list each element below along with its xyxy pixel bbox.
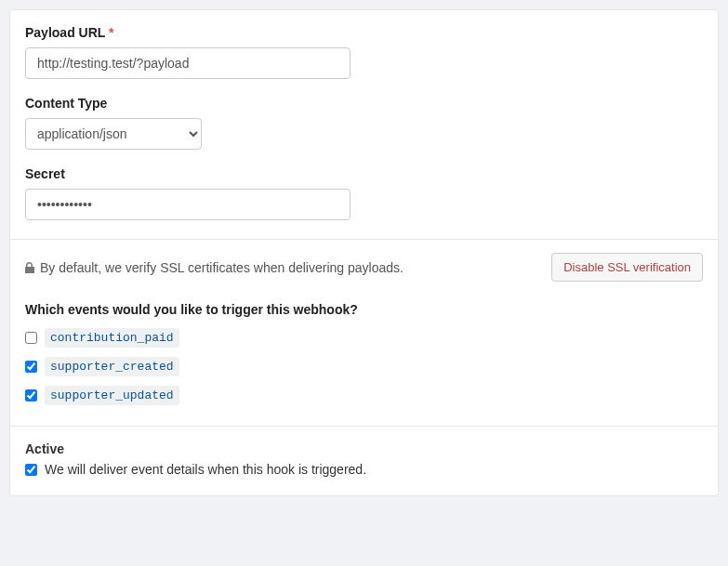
event-item-supporter-created: supporter_created bbox=[25, 357, 703, 376]
events-block: Which events would you like to trigger t… bbox=[10, 302, 718, 426]
content-type-group: Content Type application/json bbox=[25, 96, 703, 150]
active-label: Active bbox=[25, 441, 703, 456]
ssl-description: By default, we verify SSL certificates w… bbox=[40, 260, 404, 275]
webhook-settings-panel: Payload URL * Content Type application/j… bbox=[9, 9, 719, 496]
event-checkbox-supporter-updated[interactable] bbox=[25, 389, 37, 401]
lock-icon bbox=[25, 262, 34, 273]
secret-group: Secret bbox=[25, 166, 703, 220]
payload-url-input[interactable] bbox=[25, 47, 351, 79]
ssl-row: By default, we verify SSL certificates w… bbox=[10, 240, 718, 282]
event-item-supporter-updated: supporter_updated bbox=[25, 386, 703, 405]
disable-ssl-button[interactable]: Disable SSL verification bbox=[551, 253, 703, 282]
content-type-label: Content Type bbox=[25, 96, 703, 111]
payload-url-group: Payload URL * bbox=[25, 25, 703, 79]
main-form-section: Payload URL * Content Type application/j… bbox=[10, 10, 718, 239]
event-checkbox-contribution-paid[interactable] bbox=[25, 332, 37, 344]
event-name-supporter-updated: supporter_updated bbox=[45, 386, 179, 405]
secret-label: Secret bbox=[25, 166, 703, 181]
required-asterisk: * bbox=[109, 25, 113, 40]
ssl-description-container: By default, we verify SSL certificates w… bbox=[25, 260, 404, 275]
events-heading: Which events would you like to trigger t… bbox=[25, 302, 703, 317]
active-section: Active We will deliver event details whe… bbox=[10, 427, 718, 495]
event-name-contribution-paid: contribution_paid bbox=[45, 328, 179, 348]
event-name-supporter-created: supporter_created bbox=[45, 357, 179, 376]
active-description: We will deliver event details when this … bbox=[45, 462, 366, 477]
content-type-select[interactable]: application/json bbox=[25, 118, 202, 150]
event-checkbox-supporter-created[interactable] bbox=[25, 361, 37, 373]
active-checkbox[interactable] bbox=[25, 464, 37, 476]
payload-url-label: Payload URL * bbox=[25, 25, 703, 40]
event-item-contribution-paid: contribution_paid bbox=[25, 328, 703, 348]
payload-url-label-text: Payload URL bbox=[25, 25, 105, 40]
active-row: We will deliver event details when this … bbox=[25, 462, 703, 477]
secret-input[interactable] bbox=[25, 189, 351, 220]
